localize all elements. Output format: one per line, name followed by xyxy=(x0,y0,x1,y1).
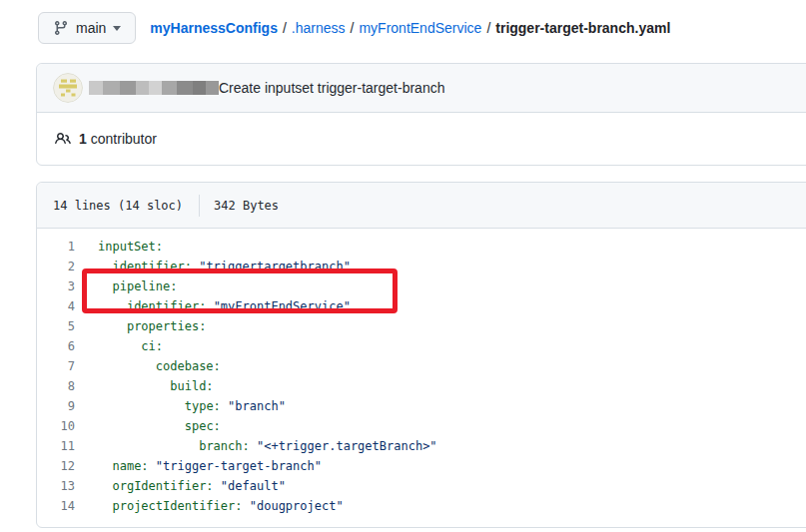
line-number[interactable]: 8 xyxy=(37,376,75,396)
line-number[interactable]: 4 xyxy=(37,296,75,316)
latest-commit-header: Create inputset trigger-target-branch xyxy=(37,64,806,113)
code-line-text: properties: xyxy=(75,316,206,336)
breadcrumb-dir-link[interactable]: .harness xyxy=(292,20,346,36)
code-line: 9 type: "branch" xyxy=(37,396,806,416)
code-line-text: ci: xyxy=(75,336,163,356)
breadcrumb-separator: / xyxy=(486,20,490,36)
file-meta-header: 14 lines (14 sloc) 342 Bytes xyxy=(37,183,806,229)
avatar[interactable] xyxy=(53,73,83,103)
code-line: 8 build: xyxy=(37,376,806,396)
branch-name: main xyxy=(76,20,106,36)
code-line-text: pipeline: xyxy=(75,276,177,296)
code-line-text: identifier: "triggertargetbranch" xyxy=(75,257,351,276)
code-line: 12 name: "trigger-target-branch" xyxy=(37,456,806,476)
code-line: 14 projectIdentifier: "dougproject" xyxy=(37,496,806,516)
redacted-author-name xyxy=(89,81,219,95)
contributors-row[interactable]: 1 contributor xyxy=(37,113,806,165)
line-number[interactable]: 11 xyxy=(37,436,75,456)
contributor-count: 1 xyxy=(79,131,87,147)
code-line-text: branch: "<+trigger.targetBranch>" xyxy=(75,436,437,456)
contributor-label: contributor xyxy=(91,131,157,147)
code-line: 5 properties: xyxy=(37,316,806,336)
git-branch-icon xyxy=(53,20,69,36)
code-line-text: identifier: "myFrontEndService" xyxy=(75,296,351,316)
code-line-text: build: xyxy=(75,376,214,396)
breadcrumb: myHarnessConfigs / .harness / myFrontEnd… xyxy=(150,20,670,36)
code-line: 4 identifier: "myFrontEndService" xyxy=(37,296,806,316)
code-line: 2 identifier: "triggertargetbranch" xyxy=(37,257,806,276)
file-navigation-bar: main myHarnessConfigs / .harness / myFro… xyxy=(38,12,670,44)
github-file-page: main myHarnessConfigs / .harness / myFro… xyxy=(0,0,806,532)
line-number[interactable]: 14 xyxy=(37,496,75,516)
line-number[interactable]: 9 xyxy=(37,396,75,416)
file-line-count: 14 lines (14 sloc) xyxy=(53,199,183,213)
code-line: 1inputSet: xyxy=(37,237,806,257)
code-line: 11 branch: "<+trigger.targetBranch>" xyxy=(37,436,806,456)
code-line-text: orgIdentifier: "default" xyxy=(75,476,286,496)
chevron-down-icon xyxy=(113,26,121,31)
code-line-text: name: "trigger-target-branch" xyxy=(75,456,322,476)
line-number[interactable]: 10 xyxy=(37,416,75,436)
line-number[interactable]: 3 xyxy=(37,276,75,296)
line-number[interactable]: 7 xyxy=(37,356,75,376)
breadcrumb-separator: / xyxy=(283,20,287,36)
file-size: 342 Bytes xyxy=(214,199,279,213)
line-number[interactable]: 12 xyxy=(37,456,75,476)
code-line: 13 orgIdentifier: "default" xyxy=(37,476,806,496)
branch-selector-button[interactable]: main xyxy=(38,12,136,44)
commit-message[interactable]: Create inputset trigger-target-branch xyxy=(219,80,444,96)
code-line: 7 codebase: xyxy=(37,356,806,376)
code-lines: 1inputSet:2 identifier: "triggertargetbr… xyxy=(37,229,806,527)
code-line-text: type: "branch" xyxy=(75,396,286,416)
breadcrumb-dir-link[interactable]: myFrontEndService xyxy=(359,20,481,36)
meta-divider xyxy=(199,195,200,217)
line-number[interactable]: 1 xyxy=(37,237,75,257)
line-number[interactable]: 5 xyxy=(37,316,75,336)
code-line: 10 spec: xyxy=(37,416,806,436)
code-line: 6 ci: xyxy=(37,336,806,356)
code-line-text: codebase: xyxy=(75,356,221,376)
breadcrumb-separator: / xyxy=(351,20,355,36)
code-line: 3 pipeline: xyxy=(37,276,806,296)
code-line-text: spec: xyxy=(75,416,221,436)
breadcrumb-repo-link[interactable]: myHarnessConfigs xyxy=(150,20,278,36)
file-content-box: 14 lines (14 sloc) 342 Bytes 1inputSet:2… xyxy=(36,182,806,528)
line-number[interactable]: 2 xyxy=(37,257,75,276)
latest-commit-box: Create inputset trigger-target-branch 1 … xyxy=(36,63,806,166)
code-line-text: inputSet: xyxy=(75,237,163,257)
line-number[interactable]: 6 xyxy=(37,336,75,356)
code-line-text: projectIdentifier: "dougproject" xyxy=(75,496,344,516)
line-number[interactable]: 13 xyxy=(37,476,75,496)
people-icon xyxy=(55,131,71,147)
breadcrumb-filename: trigger-target-branch.yaml xyxy=(495,20,670,36)
